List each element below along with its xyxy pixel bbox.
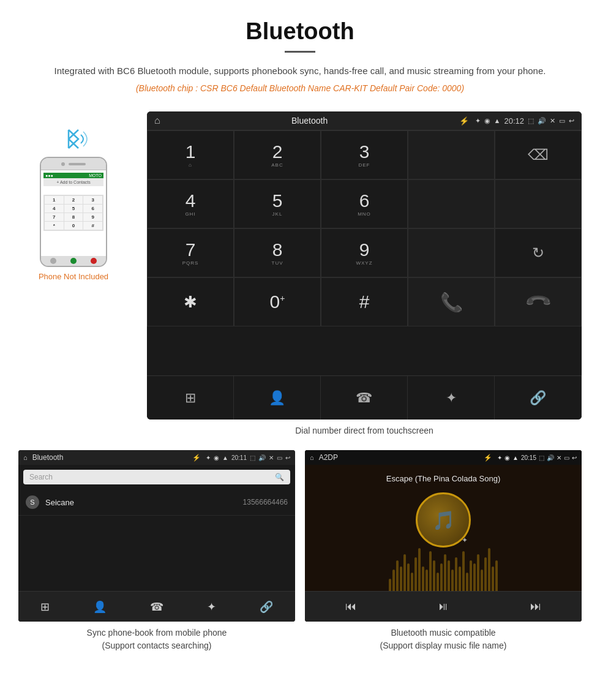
pb-apps-icon[interactable]: ⊞ <box>40 600 50 614</box>
phone-not-included-label: Phone Not Included <box>39 272 108 281</box>
phone-key-0: 0 <box>64 222 83 230</box>
eq-bar <box>414 557 417 591</box>
eq-bar <box>426 570 428 591</box>
pb-usb-icon: ⚡ <box>192 454 201 462</box>
eq-bar <box>470 560 472 591</box>
pb-contact-name: Seicane <box>45 498 243 507</box>
music-song-title: Escape (The Pina Colada Song) <box>386 474 500 483</box>
dial-key-8[interactable]: 8 TUV <box>234 228 321 277</box>
pb-search-placeholder: Search <box>29 473 53 481</box>
bluetooth-waves <box>55 124 92 154</box>
pb-phone-icon[interactable]: ☎ <box>150 600 163 614</box>
usb-icon: ⚡ <box>459 116 469 126</box>
middle-section: ●●●MOTO + Add to Contacts 1 2 3 4 5 6 7 … <box>0 105 600 444</box>
music-album-art: 🎵 ✦ <box>416 492 471 548</box>
dial-key-5[interactable]: 5 JKL <box>234 179 321 228</box>
bt-status-icon: ✦ <box>475 117 481 125</box>
pb-contact-number: 13566664466 <box>243 498 288 506</box>
pb-screen-icon: ▭ <box>277 454 282 461</box>
pb-bt-bottom-icon[interactable]: ✦ <box>207 600 216 614</box>
dial-key-4[interactable]: 4 GHI <box>147 179 234 228</box>
eq-bar <box>481 570 483 591</box>
music-next-icon[interactable]: ⏭ <box>530 600 541 613</box>
back-icon: ↩ <box>569 117 574 125</box>
screen-icon: ▭ <box>559 117 565 125</box>
pb-status-bar: ⌂ Bluetooth ⚡ ✦ ◉ ▲ 20:11 ⬚ 🔊 ✕ ▭ ↩ <box>18 450 295 465</box>
music-home-icon: ⌂ <box>310 454 314 461</box>
phone-camera <box>61 162 65 166</box>
page-title: Bluetooth <box>37 18 563 45</box>
music-controls: ⏮ ⏯ ⏭ <box>305 591 582 622</box>
dial-key-2[interactable]: 2 ABC <box>234 130 321 179</box>
dial-call-red[interactable]: 📞 <box>495 277 582 326</box>
pb-title: Bluetooth <box>32 453 187 462</box>
music-note-icon: 🎵 <box>432 510 455 531</box>
dial-backspace[interactable]: ⌫ <box>495 130 582 179</box>
phone-back-btn <box>50 258 56 264</box>
phone-end-btn <box>91 258 97 264</box>
phone-key-hash: # <box>83 222 102 230</box>
dial-bluetooth-icon[interactable]: ✦ <box>408 376 495 420</box>
dial-contacts-icon[interactable]: 👤 <box>234 376 321 420</box>
dial-key-0[interactable]: 0+ <box>234 277 321 326</box>
dial-key-1[interactable]: 1 ⌂ <box>147 130 234 179</box>
phone-mockup: ●●●MOTO + Add to Contacts 1 2 3 4 5 6 7 … <box>40 157 107 267</box>
music-x-icon: ✕ <box>557 454 561 461</box>
pb-search-box[interactable]: Search 🔍 <box>23 470 290 484</box>
dial-key-9[interactable]: 9 WXYZ <box>321 228 408 277</box>
phone-speaker <box>69 163 86 165</box>
car-dial-screen: ⌂ Bluetooth ⚡ ✦ ◉ ▲ 20:12 ⬚ 🔊 ✕ ▭ ↩ <box>147 111 582 420</box>
dial-link-icon[interactable]: 🔗 <box>495 376 582 420</box>
dial-key-hash[interactable]: # <box>321 277 408 326</box>
pb-link-icon[interactable]: 🔗 <box>260 600 273 614</box>
pb-search-icon: 🔍 <box>275 473 284 481</box>
phone-keypad: 1 2 3 4 5 6 7 8 9 * 0 # <box>43 195 103 231</box>
eq-bar <box>451 570 454 591</box>
phone-key-3: 3 <box>83 196 102 204</box>
music-content: Escape (The Pina Colada Song) 🎵 ✦ <box>305 465 582 557</box>
dial-phone-icon[interactable]: ☎ <box>321 376 408 420</box>
dial-key-7[interactable]: 7 PQRS <box>147 228 234 277</box>
eq-bar <box>422 566 424 591</box>
dial-refresh[interactable]: ↻ <box>495 228 582 277</box>
phone-status-bar: ●●●MOTO <box>43 173 103 178</box>
eq-bar <box>444 554 446 591</box>
phone-key-7: 7 <box>45 213 64 221</box>
header-description: Integrated with BC6 Bluetooth module, su… <box>37 64 563 78</box>
car-status-time: 20:12 <box>504 116 524 126</box>
dial-key-3[interactable]: 3 DEF <box>321 130 408 179</box>
eq-bar <box>448 560 450 591</box>
eq-bar <box>429 551 432 591</box>
music-loc-icon: ◉ <box>504 454 510 461</box>
dial-call-green[interactable]: 📞 <box>408 277 495 326</box>
eq-bar <box>455 557 457 591</box>
phone-key-star: * <box>45 222 64 230</box>
header-specs: (Bluetooth chip : CSR BC6 Default Blueto… <box>37 83 563 93</box>
phone-key-4: 4 <box>45 205 64 213</box>
phonebook-screen: ⌂ Bluetooth ⚡ ✦ ◉ ▲ 20:11 ⬚ 🔊 ✕ ▭ ↩ Sear… <box>18 450 295 622</box>
dial-key-6[interactable]: 6 MNO <box>321 179 408 228</box>
music-prev-icon[interactable]: ⏮ <box>345 600 356 613</box>
music-play-icon[interactable]: ⏯ <box>438 600 449 613</box>
home-icon: ⌂ <box>154 115 160 126</box>
pb-time: 20:11 <box>231 454 247 461</box>
pb-contact-letter: S <box>26 495 39 509</box>
dial-grid: 1 ⌂ 2 ABC 3 DEF ⌫ 4 GHI <box>147 130 582 375</box>
dial-key-star[interactable]: ✱ <box>147 277 234 326</box>
pb-loc-icon: ◉ <box>214 454 219 461</box>
music-screen-inner: ⌂ A2DP ⚡ ✦ ◉ ▲ 20:15 ⬚ 🔊 ✕ ▭ ↩ <box>305 450 582 622</box>
location-icon: ◉ <box>484 117 490 125</box>
music-back-icon: ↩ <box>572 454 577 461</box>
dial-empty-4 <box>408 228 495 277</box>
music-usb-icon: ⚡ <box>484 454 492 462</box>
phone-bottom-bar <box>41 256 106 266</box>
title-divider <box>285 51 315 53</box>
dial-apps-icon[interactable]: ⊞ <box>147 376 234 420</box>
eq-bar <box>492 566 494 591</box>
pb-contacts-icon[interactable]: 👤 <box>93 600 107 614</box>
pb-home-icon: ⌂ <box>23 454 28 461</box>
dial-bottom-bar: ⊞ 👤 ☎ ✦ 🔗 <box>147 375 582 420</box>
dial-empty-2 <box>408 179 495 228</box>
pb-x-icon: ✕ <box>269 454 274 461</box>
car-status-bar: ⌂ Bluetooth ⚡ ✦ ◉ ▲ 20:12 ⬚ 🔊 ✕ ▭ ↩ <box>147 111 582 130</box>
